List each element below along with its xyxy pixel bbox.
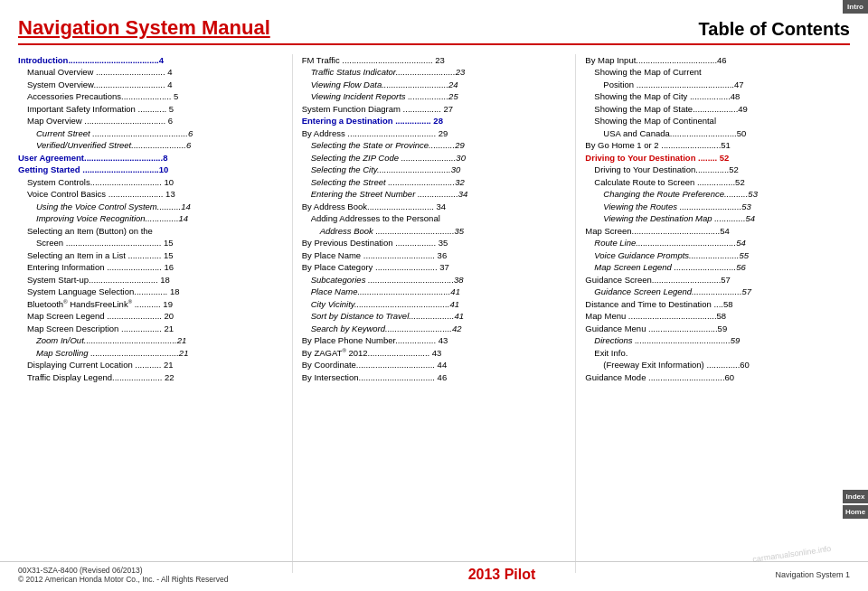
toc-line: (Freeway Exit Information) .............… [585, 359, 850, 371]
toc-line: Showing the Map of City ................… [585, 90, 850, 102]
toc-line: By Place Phone Number................. 4… [302, 334, 567, 346]
toc-line: City Vicinity...........................… [302, 298, 567, 310]
toc-line: Changing the Route Preference..........5… [585, 188, 850, 200]
toc-line: By Place Category ......................… [302, 261, 567, 273]
nav-system-label: Navigation System 1 [775, 570, 850, 579]
toc-line: Viewing Flow Data.......................… [302, 79, 567, 90]
toc-line: Zoom In/Out.............................… [18, 334, 283, 346]
toc-line: By Go Home 1 or 2 ......................… [585, 139, 850, 151]
toc-line: Position ...............................… [585, 79, 850, 90]
footer-left-line1: 00X31-SZA-8400 (Revised 06/2013) [18, 566, 229, 575]
toc-line: Viewing the Routes .....................… [585, 201, 850, 212]
toc-line: Search by Keyword.......................… [302, 323, 567, 334]
toc-line: Map Scrolling ..........................… [18, 347, 283, 359]
toc-line: Selecting an Item (Button) on the [18, 225, 283, 237]
toc-line: By Coordinate...........................… [302, 359, 567, 371]
toc-line: System Overview.........................… [18, 79, 283, 90]
toc-line: Entering a Destination ............... 2… [302, 115, 567, 127]
col2: FM Traffic .............................… [297, 54, 572, 573]
toc-line: Selecting the City......................… [302, 164, 567, 175]
toc-line: Sort by Distance to Travel..............… [302, 310, 567, 322]
toc-line: Entering the Street Number .............… [302, 188, 567, 200]
toc-line: Selecting an Item in a List ............… [18, 249, 283, 261]
toc-line: Showing the Map of State................… [585, 103, 850, 115]
toc-line: Voice Control Basics ...................… [18, 188, 283, 200]
toc-line: Important Safety Information ...........… [18, 103, 283, 115]
toc-line: Showing the Map of Current [585, 66, 850, 78]
toc-line: Driving to Your Destination.............… [585, 164, 850, 175]
toc-line: Map Screen..............................… [585, 225, 850, 237]
footer-left: 00X31-SZA-8400 (Revised 06/2013) © 2012 … [18, 566, 229, 584]
toc-line: System Start-up.........................… [18, 274, 283, 286]
toc-line: Bluetooth® HandsFreeLink® ........... 19 [18, 298, 283, 311]
toc-line: Subcategories ..........................… [302, 274, 567, 286]
footer-left-line2: © 2012 American Honda Motor Co., Inc. - … [18, 575, 229, 584]
toc-line: Guidance Mode ..........................… [585, 371, 850, 383]
header: Navigation System Manual Table of Conten… [18, 16, 850, 45]
toc-line: Displaying Current Location ........... … [18, 359, 283, 371]
toc-line: Traffic Display Legend..................… [18, 371, 283, 383]
toc-line: By Address .............................… [302, 127, 567, 139]
toc-line: Showing the Map of Continental [585, 115, 850, 127]
toc-line: By Intersection.........................… [302, 371, 567, 383]
toc-line: By Previous Destination ................… [302, 237, 567, 249]
col3: By Map Input............................… [580, 54, 850, 573]
toc-line: By Map Input............................… [585, 54, 850, 66]
toc-line: Calculate Route to Screen ..............… [585, 176, 850, 188]
toc-line: System Language Selection.............. … [18, 286, 283, 297]
toc-line: Place Name..............................… [302, 286, 567, 297]
toc-line: By Place Name ..........................… [302, 249, 567, 261]
toc-line: Improving Voice Recognition.............… [18, 212, 283, 224]
toc-line: Guidance Menu ..........................… [585, 323, 850, 334]
footer: 00X31-SZA-8400 (Revised 06/2013) © 2012 … [0, 561, 868, 584]
toc-line: User Agreement..........................… [18, 152, 283, 164]
toc-line: Viewing Incident Reports ...............… [302, 90, 567, 102]
toc-line: Map Screen Legend ......................… [18, 310, 283, 322]
right-tabs: Intro [843, 0, 868, 14]
toc-line: Selecting the Street ...................… [302, 176, 567, 188]
toc-line: Route Line..............................… [585, 237, 850, 249]
toc-line: Traffic Status Indicator................… [302, 66, 567, 78]
toc-line: Current Street .........................… [18, 127, 283, 139]
tab-home[interactable]: Home [843, 505, 868, 519]
toc-line: By Address Book.........................… [302, 201, 567, 212]
toc-line: Map Screen Description .................… [18, 323, 283, 334]
bottom-tabs: Index Home [843, 490, 868, 519]
toc-line: Guidance Screen.........................… [585, 274, 850, 286]
toc-line: Exit Info. [585, 347, 850, 359]
toc-line: Map Overview ...........................… [18, 115, 283, 127]
toc-line: System Controls.........................… [18, 176, 283, 188]
toc-line: Voice Guidance Prompts..................… [585, 249, 850, 261]
toc-line: Manual Overview ........................… [18, 66, 283, 78]
toc-line: Driving to Your Destination ........ 52 [585, 152, 850, 164]
toc-line: Using the Voice Control System..........… [18, 201, 283, 212]
toc-line: Guidance Screen Legend..................… [585, 286, 850, 297]
left-title: Navigation System Manual [18, 16, 270, 40]
right-title: Table of Contents [699, 19, 850, 40]
toc-line: FM Traffic .............................… [302, 54, 567, 66]
toc-line: System Function Diagram ................… [302, 103, 567, 115]
toc-line: Introduction............................… [18, 54, 283, 66]
toc-line: Adding Addresses to the Personal [302, 212, 567, 224]
toc-line: Distance and Time to Destination ....58 [585, 298, 850, 310]
toc-line: Selecting the State or Province.........… [302, 139, 567, 151]
toc-line: Getting Started ........................… [18, 164, 283, 175]
toc-line: Directions .............................… [585, 334, 850, 346]
tab-index[interactable]: Index [843, 490, 868, 503]
footer-center: 2013 Pilot [468, 567, 536, 583]
toc-line: By ZAGAT® 2012..........................… [302, 347, 567, 360]
toc-line: Selecting the ZIP Code .................… [302, 152, 567, 164]
tab-intro[interactable]: Intro [843, 0, 868, 14]
page: Navigation System Manual Table of Conten… [0, 0, 868, 591]
toc-line: USA and Canada..........................… [585, 127, 850, 139]
footer-right: Navigation System 1 [775, 570, 850, 579]
toc-line: Accessories Precautions.................… [18, 90, 283, 102]
toc-line: Viewing the Destination Map ............… [585, 212, 850, 224]
toc-line: Screen .................................… [18, 237, 283, 249]
main-content: Introduction............................… [18, 54, 850, 573]
col1: Introduction............................… [18, 54, 288, 573]
toc-line: Address Book ...........................… [302, 225, 567, 237]
toc-line: Map Screen Legend ......................… [585, 261, 850, 273]
toc-line: Map Menu ...............................… [585, 310, 850, 322]
toc-line: Entering Information ...................… [18, 261, 283, 273]
